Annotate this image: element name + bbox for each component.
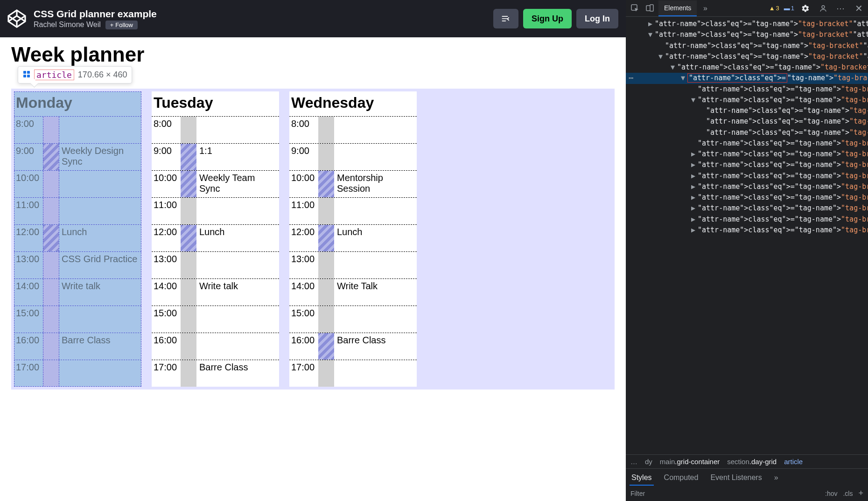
codepen-page: CSS Grid planner example Rachel Simone W…	[0, 0, 626, 501]
svg-rect-6	[650, 5, 653, 11]
element-node[interactable]: "attr-name">class"eq">="tag-name">"tag-b…	[626, 138, 868, 149]
hour-activity: Barre Class	[334, 333, 417, 348]
hour-activity	[334, 198, 417, 202]
hov-toggle[interactable]: :hov	[825, 490, 837, 497]
hour-row: 9:001:1	[152, 143, 279, 170]
account-icon[interactable]	[817, 2, 830, 15]
element-node[interactable]: ▼"attr-name">class"eq">="tag-name">"tag-…	[626, 29, 868, 40]
more-tabs-icon[interactable]: »	[699, 2, 712, 15]
element-node[interactable]: ▶"attr-name">class"eq">="tag-name">"tag-…	[626, 19, 868, 29]
element-node[interactable]: "attr-name">class"eq">="tag-name">"tag-b…	[626, 116, 868, 127]
element-node[interactable]: ▼"attr-name">class"eq">="tag-name">"tag-…	[626, 73, 868, 84]
tab-styles[interactable]: Styles	[630, 471, 654, 486]
hour-activity: Lunch	[59, 225, 141, 239]
element-node[interactable]: ▶"attr-name">class"eq">="tag-name">"tag-…	[626, 171, 868, 181]
hour-activity: Write talk	[59, 279, 141, 293]
cls-toggle[interactable]: .cls	[843, 490, 853, 497]
close-icon[interactable]: ✕	[852, 2, 865, 15]
busy-indicator	[318, 333, 334, 360]
element-node[interactable]: "attr-name">class"eq">="tag-name">"tag-b…	[626, 41, 868, 51]
element-node[interactable]: "attr-name">class"eq">="tag-name">"tag-b…	[626, 127, 868, 138]
warnings-badge[interactable]: ▲3	[769, 5, 779, 12]
pen-title[interactable]: CSS Grid planner example	[34, 8, 486, 20]
hour-row: 11:00	[152, 197, 279, 224]
pen-author[interactable]: Rachel Simone Weil	[34, 21, 101, 29]
hour-row: 11:00	[14, 197, 141, 224]
free-indicator	[181, 117, 196, 143]
hour-activity: Weekly Design Sync	[59, 144, 141, 169]
hour-row: 8:00	[152, 116, 279, 143]
free-indicator	[318, 198, 334, 224]
breadcrumb[interactable]: … dy main.grid-container section.day-gri…	[626, 454, 868, 468]
hour-activity: 1:1	[196, 144, 279, 158]
crumb-item[interactable]: main.grid-container	[660, 458, 720, 466]
hour-activity	[334, 117, 417, 120]
hour-row: 16:00Barre Class	[289, 333, 417, 360]
more-icon[interactable]: ⋯	[834, 2, 847, 15]
hour-time: 12:00	[289, 225, 318, 239]
free-indicator	[318, 279, 334, 306]
element-node[interactable]: ▼"attr-name">class"eq">="tag-name">"tag-…	[626, 62, 868, 73]
hour-row: 17:00	[14, 360, 141, 387]
hour-activity	[196, 198, 279, 202]
element-node[interactable]: ▶"attr-name">class"eq">="tag-name">"tag-…	[626, 160, 868, 170]
element-node[interactable]: ▶"attr-name">class"eq">="tag-name">"tag-…	[626, 149, 868, 160]
element-node[interactable]: "attr-name">class"eq">="tag-name">"tag-b…	[626, 105, 868, 116]
free-indicator	[181, 360, 196, 387]
svg-rect-0	[23, 71, 26, 74]
hour-time: 9:00	[14, 144, 43, 158]
hour-row: 16:00	[152, 333, 279, 360]
settings-icon[interactable]	[799, 2, 812, 15]
hour-time: 11:00	[152, 198, 181, 212]
element-node[interactable]: ▶"attr-name">class"eq">="tag-name">"tag-…	[626, 225, 868, 236]
inspect-element-icon[interactable]	[629, 2, 642, 15]
hour-time: 16:00	[152, 333, 181, 348]
device-toolbar-icon[interactable]	[644, 2, 657, 15]
styles-filter-row: Filter :hov .cls +	[626, 486, 868, 501]
follow-button[interactable]: + Follow	[105, 21, 138, 29]
codepen-logo-icon[interactable]	[7, 9, 26, 28]
codepen-header: CSS Grid planner example Rachel Simone W…	[0, 0, 626, 37]
page-title: Week planner	[11, 43, 615, 66]
crumb-item-selected[interactable]: article	[784, 458, 803, 466]
more-tabs-icon[interactable]: »	[772, 471, 780, 486]
hour-activity: Weekly Team Sync	[196, 171, 279, 196]
hour-row: 15:00	[289, 306, 417, 333]
hour-row: 14:00Write talk	[14, 278, 141, 306]
elements-tree[interactable]: ▶"attr-name">class"eq">="tag-name">"tag-…	[626, 17, 868, 454]
element-node[interactable]: ▶"attr-name">class"eq">="tag-name">"tag-…	[626, 192, 868, 203]
element-node[interactable]: ▼"attr-name">class"eq">="tag-name">"tag-…	[626, 51, 868, 62]
header-actions: Sign Up Log In	[493, 9, 618, 28]
busy-indicator	[181, 144, 196, 170]
new-style-icon[interactable]: +	[858, 488, 863, 498]
tab-elements[interactable]: Elements	[658, 0, 697, 16]
filter-input[interactable]: Filter	[630, 490, 645, 497]
element-node[interactable]: ▶"attr-name">class"eq">="tag-name">"tag-…	[626, 203, 868, 214]
hour-time: 8:00	[14, 117, 43, 131]
info-badge[interactable]: ▬1	[784, 5, 794, 12]
hour-activity	[334, 360, 417, 364]
hour-activity	[59, 306, 141, 310]
free-indicator	[43, 171, 59, 197]
crumb-item[interactable]: section.day-grid	[727, 458, 777, 466]
tab-event-listeners[interactable]: Event Listeners	[708, 471, 763, 486]
free-indicator	[43, 117, 59, 143]
inspector-tooltip: article 170.66 × 460	[18, 66, 132, 84]
signup-button[interactable]: Sign Up	[523, 9, 572, 28]
login-button[interactable]: Log In	[576, 9, 618, 28]
element-node[interactable]: ▼"attr-name">class"eq">="tag-name">"tag-…	[626, 95, 868, 105]
crumb-item[interactable]: dy	[645, 458, 652, 466]
free-indicator	[43, 279, 59, 306]
free-indicator	[43, 306, 59, 333]
hour-activity	[196, 306, 279, 310]
view-switcher-button[interactable]	[493, 9, 518, 28]
hour-activity: Lunch	[334, 225, 417, 239]
hour-activity	[59, 360, 141, 364]
element-node[interactable]: ▶"attr-name">class"eq">="tag-name">"tag-…	[626, 214, 868, 225]
hour-time: 12:00	[14, 225, 43, 239]
tab-computed[interactable]: Computed	[662, 471, 700, 486]
hour-time: 12:00	[152, 225, 181, 239]
element-node[interactable]: "attr-name">class"eq">="tag-name">"tag-b…	[626, 84, 868, 95]
hour-time: 10:00	[152, 171, 181, 185]
element-node[interactable]: ▶"attr-name">class"eq">="tag-name">"tag-…	[626, 181, 868, 192]
